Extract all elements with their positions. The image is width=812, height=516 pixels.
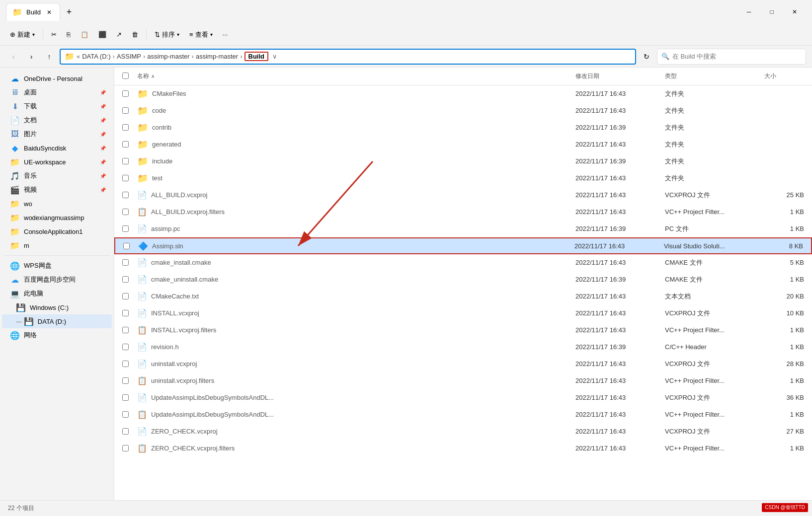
- table-row[interactable]: 📋 uninstall.vcxproj.filters 2022/11/17 1…: [114, 372, 812, 389]
- sidebar-item-network[interactable]: 🌐 网络: [2, 328, 112, 342]
- minimize-button[interactable]: ─: [737, 4, 760, 20]
- row-checkbox[interactable]: [122, 276, 129, 283]
- refresh-button[interactable]: ↻: [639, 49, 654, 64]
- table-row[interactable]: 📄 revision.h 2022/11/17 16:39 C/C++ Head…: [114, 339, 812, 356]
- breadcrumb-data[interactable]: DATA (D:): [82, 53, 110, 60]
- row-checkbox[interactable]: [122, 445, 129, 451]
- sort-button[interactable]: ⇅ 排序 ▾: [151, 28, 183, 41]
- row-checkbox[interactable]: [122, 428, 129, 435]
- row-checkbox[interactable]: [122, 293, 129, 299]
- search-box[interactable]: 🔍: [657, 49, 806, 65]
- sidebar-item-ddrive[interactable]: ─ 💾 DATA (D:): [2, 314, 112, 328]
- sidebar-item-downloads[interactable]: ⬇ 下载 📌: [2, 99, 112, 113]
- row-check[interactable]: [122, 90, 137, 97]
- select-all-checkbox[interactable]: [122, 73, 129, 79]
- table-row[interactable]: 📋 ALL_BUILD.vcxproj.filters 2022/11/17 1…: [114, 204, 812, 221]
- sidebar-item-console[interactable]: 📁 ConsoleApplication1: [2, 224, 112, 238]
- copy-button[interactable]: ⎘: [63, 29, 75, 40]
- sidebar-item-wo[interactable]: 📁 wo: [2, 197, 112, 211]
- table-row[interactable]: 📄 cmake_install.cmake 2022/11/17 16:43 C…: [114, 254, 812, 271]
- cut-button[interactable]: ✂: [47, 29, 61, 40]
- row-check[interactable]: [122, 192, 137, 198]
- row-check[interactable]: [122, 361, 137, 367]
- row-check[interactable]: [122, 107, 137, 114]
- row-check[interactable]: [122, 344, 137, 350]
- table-row[interactable]: 📁 code 2022/11/17 16:43 文件夹: [114, 102, 812, 119]
- breadcrumb-expand-icon[interactable]: ∨: [272, 53, 277, 60]
- table-row[interactable]: 📁 contrib 2022/11/17 16:39 文件夹: [114, 119, 812, 136]
- breadcrumb[interactable]: 📁 « DATA (D:) › ASSIMP › assimp-master ›…: [60, 49, 636, 65]
- table-row[interactable]: 📁 test 2022/11/17 16:43 文件夹: [114, 170, 812, 187]
- sidebar-item-wps[interactable]: 🌐 WPS网盘: [2, 259, 112, 273]
- new-button[interactable]: ⊕ 新建 ▾: [6, 28, 39, 41]
- row-check[interactable]: [122, 445, 137, 451]
- table-row[interactable]: 📄 assimp.pc 2022/11/17 16:39 PC 文件 1 KB: [114, 221, 812, 237]
- table-row[interactable]: 📋 ZERO_CHECK.vcxproj.filters 2022/11/17 …: [114, 440, 812, 457]
- table-row[interactable]: 📄 ZERO_CHECK.vcxproj 2022/11/17 16:43 VC…: [114, 423, 812, 440]
- row-checkbox[interactable]: [122, 192, 129, 198]
- row-checkbox[interactable]: [122, 344, 129, 350]
- breadcrumb-assimp[interactable]: ASSIMP: [117, 53, 141, 60]
- sidebar-item-pictures[interactable]: 🖼 图片 📌: [2, 127, 112, 141]
- row-check[interactable]: [122, 209, 137, 215]
- tab-close-button[interactable]: ✕: [45, 8, 54, 17]
- sidebar-item-baidu[interactable]: ◆ BaiduSyncdisk 📌: [2, 141, 112, 155]
- table-row[interactable]: 📄 INSTALL.vcxproj 2022/11/17 16:43 VCXPR…: [114, 305, 812, 322]
- sidebar-item-onedrive[interactable]: ☁ OneDrive - Personal: [2, 72, 112, 85]
- sidebar-item-music[interactable]: 🎵 音乐 📌: [2, 169, 112, 183]
- table-row[interactable]: 📄 ALL_BUILD.vcxproj 2022/11/17 16:43 VCX…: [114, 187, 812, 204]
- back-button[interactable]: ‹: [6, 49, 21, 64]
- row-checkbox[interactable]: [122, 107, 129, 114]
- row-checkbox[interactable]: [122, 259, 129, 266]
- close-button[interactable]: ✕: [783, 4, 806, 20]
- sidebar-item-desktop[interactable]: 🖥 桌面 📌: [2, 85, 112, 99]
- table-row[interactable]: 📄 UpdateAssimpLibsDebugSymbolsAndDL... 2…: [114, 389, 812, 406]
- share-button[interactable]: ↗: [112, 29, 126, 40]
- sidebar-item-wodexiang[interactable]: 📁 wodexiangmuassimp: [2, 211, 112, 224]
- row-check[interactable]: [123, 243, 138, 249]
- table-row[interactable]: 🔷 Assimp.sln 2022/11/17 16:43 Visual Stu…: [114, 237, 812, 254]
- row-checkbox[interactable]: [122, 394, 129, 401]
- delete-button[interactable]: 🗑: [128, 29, 142, 40]
- header-name[interactable]: 名称 ∧: [137, 72, 575, 80]
- forward-button[interactable]: ›: [24, 49, 39, 64]
- search-input[interactable]: [672, 53, 802, 60]
- row-check[interactable]: [122, 175, 137, 181]
- row-checkbox[interactable]: [123, 243, 130, 249]
- row-check[interactable]: [122, 158, 137, 164]
- row-checkbox[interactable]: [122, 90, 129, 97]
- breadcrumb-assimp-master-2[interactable]: assimp-master: [196, 53, 238, 60]
- table-row[interactable]: 📁 CMakeFiles 2022/11/17 16:43 文件夹: [114, 85, 812, 102]
- row-checkbox[interactable]: [122, 361, 129, 367]
- table-row[interactable]: 📄 uninstall.vcxproj 2022/11/17 16:43 VCX…: [114, 356, 812, 372]
- header-type[interactable]: 类型: [665, 72, 764, 80]
- row-check[interactable]: [122, 310, 137, 316]
- view-button[interactable]: ≡ 查看 ▾: [185, 28, 217, 41]
- header-check[interactable]: [122, 73, 137, 80]
- row-checkbox[interactable]: [122, 411, 129, 418]
- row-check[interactable]: [122, 394, 137, 401]
- row-check[interactable]: [122, 377, 137, 384]
- table-row[interactable]: 📄 cmake_uninstall.cmake 2022/11/17 16:39…: [114, 271, 812, 288]
- row-check[interactable]: [122, 259, 137, 266]
- row-check[interactable]: [122, 141, 137, 147]
- breadcrumb-build[interactable]: Build: [244, 52, 269, 61]
- row-checkbox[interactable]: [122, 327, 129, 333]
- row-check[interactable]: [122, 327, 137, 333]
- sidebar-item-cdrive[interactable]: 💾 Windows (C:): [2, 300, 112, 314]
- row-check[interactable]: [122, 276, 137, 283]
- header-date[interactable]: 修改日期: [575, 72, 665, 80]
- rename-button[interactable]: ⬛: [94, 29, 110, 40]
- header-size[interactable]: 大小: [764, 72, 804, 80]
- row-checkbox[interactable]: [122, 158, 129, 164]
- maximize-button[interactable]: □: [760, 4, 783, 20]
- row-check[interactable]: [122, 124, 137, 131]
- more-button[interactable]: ···: [219, 29, 232, 40]
- row-checkbox[interactable]: [122, 377, 129, 384]
- tab-build[interactable]: 📁 Build ✕: [6, 3, 60, 21]
- up-button[interactable]: ↑: [42, 49, 57, 64]
- table-row[interactable]: 📄 CMakeCache.txt 2022/11/17 16:43 文本文档 2…: [114, 288, 812, 305]
- row-check[interactable]: [122, 225, 137, 232]
- table-row[interactable]: 📋 INSTALL.vcxproj.filters 2022/11/17 16:…: [114, 322, 812, 339]
- row-checkbox[interactable]: [122, 141, 129, 147]
